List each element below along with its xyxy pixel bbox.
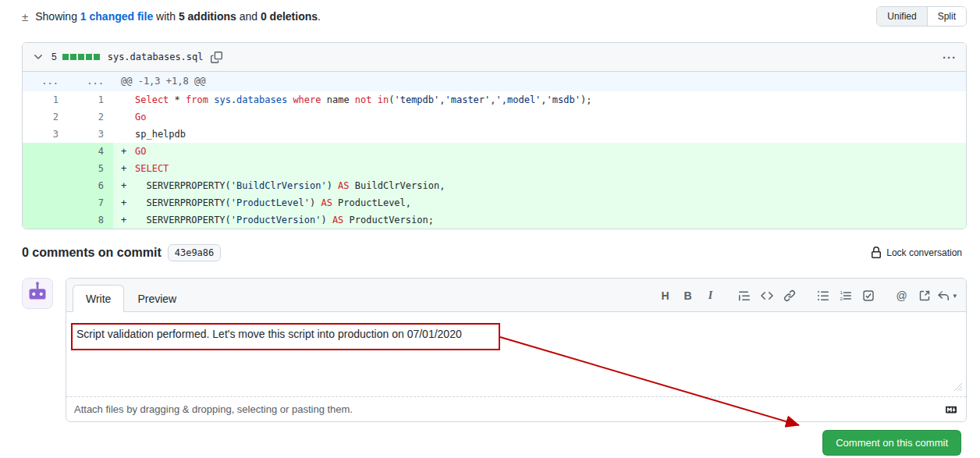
heading-button[interactable]: H [654, 285, 676, 307]
diff-sign: + [121, 194, 135, 211]
cross-reference-icon [918, 289, 931, 302]
old-line-number[interactable] [23, 160, 68, 177]
lock-conversation-label: Lock conversation [886, 247, 962, 258]
new-line-number[interactable]: 1 [68, 91, 113, 108]
hunk-header: @@ -1,3 +1,8 @@ [113, 72, 966, 91]
quote-button[interactable] [733, 285, 755, 307]
summary-showing: Showing [35, 10, 80, 23]
cross-reference-button[interactable] [913, 285, 936, 307]
bold-button[interactable]: B [676, 285, 699, 307]
unordered-list-button[interactable] [811, 285, 834, 307]
resize-handle[interactable] [954, 381, 962, 393]
link-button[interactable] [778, 285, 801, 307]
collapse-file-button[interactable] [30, 49, 46, 65]
comment-textarea[interactable]: Script validation performed. Let's move … [66, 312, 966, 396]
old-line-number[interactable]: 1 [23, 91, 68, 108]
italic-button[interactable]: I [699, 285, 722, 307]
diffstat-block [62, 54, 69, 60]
saved-replies-button[interactable]: ▾ [936, 285, 958, 307]
code-line: + SERVERPROPERTY('ProductLevel') AS Prod… [113, 194, 966, 211]
diff-row: 4+GO [23, 143, 966, 160]
chevron-down-icon [32, 51, 44, 63]
old-line-number[interactable]: 2 [23, 108, 68, 126]
file-diff-icon: ± [22, 10, 28, 23]
new-line-number[interactable]: 2 [68, 108, 113, 126]
ordered-list-button[interactable]: 1.2. [834, 285, 857, 307]
ordered-list-icon: 1.2. [840, 289, 852, 302]
old-line-number[interactable] [23, 177, 68, 194]
resize-grip-icon [954, 383, 962, 391]
copy-filename-button[interactable] [209, 50, 224, 65]
additions-count: 5 additions [179, 10, 236, 23]
summary-and: and [236, 10, 261, 23]
file-name: sys.databases.sql [108, 51, 204, 62]
lock-conversation-button[interactable]: Lock conversation [865, 246, 967, 260]
lock-icon [870, 247, 882, 259]
diff-view-toggle: UnifiedSplit [876, 6, 967, 27]
new-line-number[interactable]: 7 [68, 194, 113, 211]
old-line-number[interactable] [23, 211, 68, 229]
avatar-image [23, 279, 52, 308]
comment-input-text: Script validation performed. Let's move … [76, 328, 957, 340]
code-button[interactable] [755, 285, 778, 307]
hunk-expand-old[interactable]: ... [23, 72, 68, 91]
diff-row: 7+ SERVERPROPERTY('ProductLevel') AS Pro… [23, 194, 966, 211]
code-line: + SERVERPROPERTY('ProductVersion') AS Pr… [113, 211, 966, 229]
diff-row: 8+ SERVERPROPERTY('ProductVersion') AS P… [23, 211, 966, 229]
dropdown-caret-icon: ▾ [953, 292, 957, 300]
new-line-number[interactable]: 6 [68, 177, 113, 194]
svg-text:2.: 2. [840, 296, 843, 301]
bold-icon: B [684, 289, 691, 302]
form-tabs: WritePreview [73, 285, 190, 311]
old-line-number[interactable] [23, 194, 68, 211]
unordered-list-icon [817, 289, 829, 302]
task-list-button[interactable] [857, 285, 879, 307]
code-line: Go [113, 108, 966, 126]
summary-text: Showing 1 changed file with 5 additions … [35, 10, 321, 23]
old-line-number[interactable] [23, 143, 68, 160]
diffstat-block [78, 54, 84, 60]
changed-files-link[interactable]: 1 changed file [80, 10, 153, 23]
file-additions-count: 5 [51, 51, 57, 62]
diff-table-body: ... ... @@ -1,3 +1,8 @@ 11Select * from … [23, 72, 966, 229]
mention-button[interactable]: @ [890, 285, 913, 307]
summary-period: . [318, 10, 321, 23]
hunk-expand-new[interactable]: ... [68, 72, 113, 91]
file-options-kebab-button[interactable]: ··· [941, 49, 958, 66]
hunk-row: ... ... @@ -1,3 +1,8 @@ [23, 72, 966, 91]
commit-sha-badge: 43e9a86 [168, 244, 222, 261]
code-line: Select * from sys.databases where name n… [113, 91, 966, 108]
mention-icon: @ [896, 289, 907, 302]
new-line-number[interactable]: 8 [68, 211, 113, 229]
tab-write[interactable]: Write [73, 285, 124, 312]
diffstat-blocks [62, 54, 100, 60]
code-line: + SERVERPROPERTY('BuildClrVersion') AS B… [113, 177, 966, 194]
attach-bar[interactable]: Attach files by dragging & dropping, sel… [66, 396, 966, 421]
diff-row: 5+SELECT [23, 160, 966, 177]
comment-toolbar: HBI1.2.@▾ [654, 285, 958, 311]
diff-sign: + [121, 143, 135, 160]
code-line: +SELECT [113, 160, 966, 177]
new-line-number[interactable]: 3 [68, 126, 113, 143]
comment-on-commit-button[interactable]: Comment on this commit [822, 430, 961, 456]
tab-preview[interactable]: Preview [124, 285, 190, 312]
old-line-number[interactable]: 3 [23, 126, 68, 143]
task-list-icon [862, 289, 875, 302]
diff-table: ... ... @@ -1,3 +1,8 @@ 11Select * from … [23, 72, 966, 229]
copy-icon [211, 51, 222, 63]
attach-hint: Attach files by dragging & dropping, sel… [74, 403, 353, 415]
split-view-button[interactable]: Split [927, 7, 966, 26]
code-icon [761, 289, 773, 302]
code-line: +GO [113, 143, 966, 160]
quote-icon [738, 289, 751, 302]
avatar[interactable] [22, 278, 53, 309]
comments-heading: 0 comments on commit [22, 246, 162, 260]
diff-row: 33sp_helpdb [23, 126, 966, 143]
italic-icon: I [708, 289, 712, 302]
commit-diff-page: ± Showing 1 changed file with 5 addition… [0, 0, 980, 458]
new-line-number[interactable]: 5 [68, 160, 113, 177]
new-line-number[interactable]: 4 [68, 143, 113, 160]
file-header: 5 sys.databases.sql ··· [23, 43, 966, 72]
unified-view-button[interactable]: Unified [877, 7, 926, 26]
diffstat-block [70, 54, 76, 60]
